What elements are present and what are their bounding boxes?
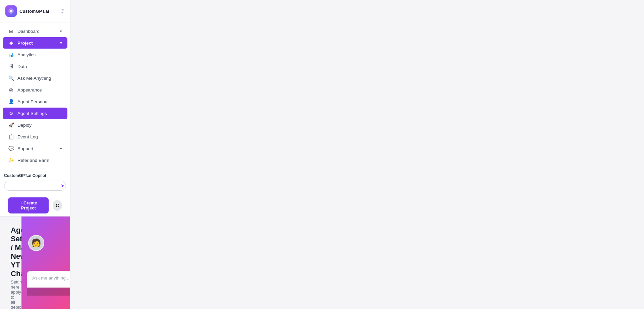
sidebar-item-label: Agent Settings bbox=[17, 111, 47, 116]
sidebar-item-support[interactable]: 💬 Support ▾ bbox=[3, 143, 67, 154]
sidebar-item-label: Dashboard bbox=[17, 29, 40, 34]
preview-chat: ↻ ✕ 🧑 Ask me anything ... ➤ Shift + Ente… bbox=[21, 217, 70, 309]
sidebar-nav: ⊞ Dashboard ▾ ◈ Project ▾ 📊 Analytics 🗄 … bbox=[0, 22, 70, 169]
preview-panel: ↻ ✕ 🧑 Ask me anything ... ➤ Shift + Ente… bbox=[21, 217, 70, 309]
sidebar-item-deploy[interactable]: 🚀 Deploy bbox=[3, 119, 67, 131]
preview-input-section: Ask me anything ... ➤ Shift + Enter to a… bbox=[27, 271, 70, 296]
preview-avatar: 🧑 bbox=[28, 235, 44, 251]
search-icon: 🔍 bbox=[8, 75, 14, 81]
content-area: Agent Settings / Market Newbie YT Channe… bbox=[0, 217, 70, 309]
main: + Create Project C Agent Settings / Mark… bbox=[0, 195, 70, 309]
sidebar-item-label: Appearance bbox=[17, 87, 42, 92]
sidebar-item-label: Support bbox=[17, 146, 33, 151]
settings-icon: ⚙ bbox=[8, 111, 14, 116]
sidebar-item-label: Agent Persona bbox=[17, 99, 47, 104]
sidebar-item-project[interactable]: ◈ Project ▾ bbox=[3, 37, 67, 49]
sidebar-item-label: Data bbox=[17, 64, 27, 69]
copilot-input-wrap: ➤ bbox=[4, 181, 66, 191]
page-title-text: Agent Settings / Market Newbie YT Channe… bbox=[11, 226, 21, 278]
appearance-icon: ◎ bbox=[8, 87, 14, 92]
sidebar-item-dashboard[interactable]: ⊞ Dashboard ▾ bbox=[3, 25, 67, 37]
topbar-avatar: C bbox=[53, 200, 62, 211]
notification-icon[interactable]: ⏱ bbox=[60, 8, 65, 14]
logo-area: CustomGPT.ai ⏱ bbox=[0, 0, 70, 22]
preview-avatar-wrap: 🧑 bbox=[21, 231, 70, 255]
settings-panel: Agent Settings / Market Newbie YT Channe… bbox=[0, 217, 21, 309]
preview-placeholder: Ask me anything ... bbox=[32, 275, 70, 281]
create-project-button[interactable]: + Create Project bbox=[8, 197, 49, 213]
sidebar-item-appearance[interactable]: ◎ Appearance bbox=[3, 84, 67, 96]
sidebar-item-label: Event Log bbox=[17, 134, 38, 139]
topbar: + Create Project C bbox=[0, 195, 70, 217]
sidebar: CustomGPT.ai ⏱ ⊞ Dashboard ▾ ◈ Project ▾… bbox=[0, 0, 70, 309]
sidebar-item-analytics[interactable]: 📊 Analytics bbox=[3, 49, 67, 60]
sidebar-item-refer[interactable]: ✨ Refer and Earn! bbox=[3, 154, 67, 166]
preview-footer: Powered by CustomGPT.ai bbox=[21, 298, 70, 309]
sidebar-item-ask-me-anything[interactable]: 🔍 Ask Me Anything bbox=[3, 72, 67, 84]
support-icon: 💬 bbox=[8, 146, 14, 151]
chevron-icon: ▾ bbox=[60, 41, 62, 45]
copilot-title: CustomGPT.ai Copilot bbox=[4, 173, 66, 178]
sidebar-item-label: Ask Me Anything bbox=[17, 76, 51, 81]
sidebar-item-label: Project bbox=[17, 41, 33, 46]
logo-text: CustomGPT.ai bbox=[19, 9, 49, 14]
preview-input-box: Ask me anything ... ➤ bbox=[27, 271, 70, 288]
deploy-icon: 🚀 bbox=[8, 122, 14, 128]
preview-topbar: ↻ ✕ bbox=[21, 217, 70, 231]
copilot-section: CustomGPT.ai Copilot ➤ bbox=[0, 169, 70, 195]
sidebar-item-label: Analytics bbox=[17, 52, 36, 57]
logo-icon bbox=[5, 5, 17, 17]
sidebar-item-label: Deploy bbox=[17, 123, 32, 128]
sidebar-item-event-log[interactable]: 📋 Event Log bbox=[3, 131, 67, 142]
preview-hint: Shift + Enter to add a new line bbox=[27, 288, 70, 296]
data-icon: 🗄 bbox=[8, 64, 14, 69]
create-project-label: + Create Project bbox=[14, 200, 43, 210]
analytics-icon: 📊 bbox=[8, 52, 14, 57]
sidebar-item-agent-settings[interactable]: ⚙ Agent Settings bbox=[3, 108, 67, 119]
persona-icon: 👤 bbox=[8, 99, 14, 104]
copilot-input[interactable] bbox=[8, 183, 59, 188]
log-icon: 📋 bbox=[8, 134, 14, 139]
avatar-face: 🧑 bbox=[31, 238, 41, 248]
sidebar-item-data[interactable]: 🗄 Data bbox=[3, 61, 67, 72]
copilot-send-icon[interactable]: ➤ bbox=[61, 183, 65, 188]
svg-point-1 bbox=[10, 10, 12, 12]
chevron-icon: ▾ bbox=[60, 146, 62, 151]
sidebar-item-agent-persona[interactable]: 👤 Agent Persona bbox=[3, 96, 67, 107]
refer-icon: ✨ bbox=[8, 158, 14, 163]
chevron-icon: ▾ bbox=[60, 29, 62, 34]
sidebar-item-label: Refer and Earn! bbox=[17, 158, 49, 163]
dashboard-icon: ⊞ bbox=[8, 28, 14, 34]
project-icon: ◈ bbox=[8, 40, 14, 46]
